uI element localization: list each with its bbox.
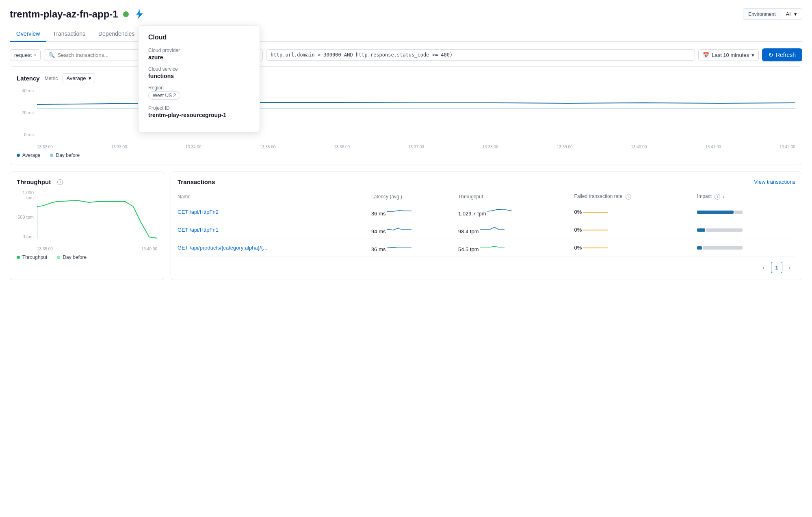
throughput-value: 1,029.7 tpm (458, 211, 486, 217)
environment-value: All ▾ (781, 9, 802, 20)
y-axis-labels: 40 ms 20 ms 0 ms (17, 88, 37, 137)
sort-icon[interactable]: ↓ (723, 194, 725, 199)
current-page-button[interactable]: 1 (771, 262, 782, 273)
environment-selector[interactable]: Environment All ▾ (743, 8, 802, 20)
chevron-down-icon: ▾ (89, 75, 91, 81)
project-value: trentm-play-resourcegroup-1 (148, 112, 250, 118)
failed-rate-value: 0% (574, 209, 582, 215)
impact-bar (697, 211, 795, 214)
latency-legend: Average Day before (17, 152, 795, 158)
info-icon[interactable]: i (626, 194, 631, 200)
throughput-title: Throughput (17, 178, 51, 185)
pagination: ‹ 1 › (178, 262, 795, 273)
transaction-link[interactable]: GET /api/HttpFn1 (178, 227, 219, 233)
throughput-value: 98.4 tpm (458, 228, 479, 235)
cloud-popup: Cloud Cloud provider azure Cloud service… (138, 25, 260, 133)
tab-transactions[interactable]: Transactions (46, 26, 92, 42)
transactions-title: Transactions (178, 178, 215, 185)
col-name: Name (178, 190, 371, 203)
transaction-link[interactable]: GET /api/products/{category:alpha}/{... (178, 245, 267, 251)
calendar-icon: 📅 (703, 52, 709, 58)
col-impact: Impact i ↓ (697, 190, 795, 203)
region-badge: West US 2 (148, 91, 180, 100)
refresh-button[interactable]: ↻ Refresh (762, 48, 802, 61)
provider-label: Cloud provider (148, 48, 250, 53)
type-filter[interactable]: request ▾ (10, 49, 41, 61)
filters-row: request ▾ 🔍 http.url.domain > 300000 AND… (10, 48, 802, 61)
latency-card: Latency Metric Average ▾ 40 ms 20 ms 0 m… (10, 66, 802, 165)
latency-chart: 40 ms 20 ms 0 ms 13:32:00 13:33:00 13:34 (17, 88, 795, 149)
prev-page-button[interactable]: ‹ (758, 262, 769, 273)
refresh-icon: ↻ (769, 52, 773, 58)
throughput-card: Throughput i 1,000 tpm 500 tpm 0 tpm (10, 172, 164, 280)
x-axis-labels: 13:35:00 13:40:00 (37, 247, 157, 251)
provider-value: azure (148, 54, 250, 61)
environment-label: Environment (743, 9, 781, 20)
search-icon: 🔍 (48, 52, 55, 58)
throughput-chart: 1,000 tpm 500 tpm 0 tpm 13:35:00 13:40:0… (17, 190, 157, 251)
table-row: GET /api/HttpFn1 94 ms 98.4 tpm 0% (178, 221, 795, 239)
tab-dependencies[interactable]: Dependencies (92, 26, 141, 42)
table-row: GET /api/HttpFn2 36 ms 1,029.7 tpm 0% (178, 203, 795, 221)
metric-label: Metric (45, 76, 58, 81)
azure-icon[interactable] (134, 9, 145, 20)
metric-select[interactable]: Average ▾ (63, 73, 95, 83)
time-filter[interactable]: 📅 Last 10 minutes ▾ (698, 49, 759, 61)
impact-bar (697, 246, 795, 250)
impact-bar (697, 228, 795, 232)
kql-filter[interactable]: http.url.domain > 300000 AND http.respon… (266, 49, 695, 61)
col-throughput: Throughput (458, 190, 574, 203)
info-icon[interactable]: i (715, 194, 720, 200)
transactions-card: Transactions View transactions Name Late… (171, 172, 802, 280)
project-label: Project ID (148, 105, 250, 111)
chevron-down-icon: ▾ (34, 53, 36, 57)
failed-rate-value: 0% (574, 245, 582, 251)
tab-overview[interactable]: Overview (10, 26, 46, 42)
service-label: Cloud service (148, 66, 250, 72)
nav-tabs: Overview Transactions Dependencies Servi… (10, 26, 802, 42)
app-title: trentm-play-az-fn-app-1 (10, 9, 118, 20)
y-axis-labels: 1,000 tpm 500 tpm 0 tpm (17, 190, 37, 239)
status-indicator (123, 11, 129, 17)
latency-value: 36 ms (371, 211, 385, 217)
transaction-link[interactable]: GET /api/HttpFn2 (178, 209, 219, 215)
throughput-legend: Throughput Day before (17, 254, 157, 260)
col-failed-rate: Failed transaction rate i (574, 190, 697, 203)
region-label: Region (148, 85, 250, 91)
latency-value: 94 ms (371, 228, 385, 235)
latency-value: 36 ms (371, 246, 385, 252)
time-label: Last 10 minutes (712, 52, 749, 58)
kql-text: http.url.domain > 300000 AND http.respon… (271, 52, 453, 58)
failed-rate-value: 0% (574, 227, 582, 233)
x-axis-labels: 13:32:00 13:33:00 13:34:00 13:35:00 13:3… (37, 145, 795, 149)
next-page-button[interactable]: › (784, 262, 795, 273)
transactions-table: Name Latency (avg.) Throughput Failed tr… (178, 190, 795, 257)
chevron-down-icon: ▾ (751, 52, 754, 58)
service-value: functions (148, 73, 250, 79)
view-transactions-link[interactable]: View transactions (754, 179, 795, 185)
table-row: GET /api/products/{category:alpha}/{... … (178, 239, 795, 257)
popup-title: Cloud (148, 34, 250, 41)
info-icon[interactable]: i (57, 179, 63, 185)
latency-title: Latency (17, 75, 40, 82)
col-latency: Latency (avg.) (371, 190, 458, 203)
throughput-value: 54.5 tpm (458, 246, 479, 252)
